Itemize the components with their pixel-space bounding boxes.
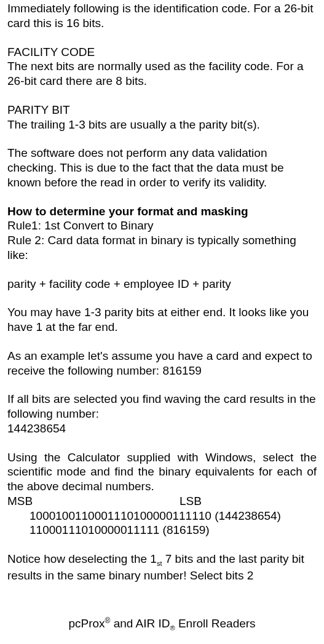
binary-line-2: 11000111010000011111 (816159) xyxy=(7,523,317,538)
id-code-text: Immediately following is the identificat… xyxy=(7,1,317,31)
registered-icon-2: ® xyxy=(170,624,175,632)
all-bits-number: 144238654 xyxy=(7,421,317,436)
notice-sub: st xyxy=(157,560,162,567)
lsb-label: LSB xyxy=(180,494,202,509)
page-footer: pcProx® and AIR ID® Enroll Readers xyxy=(0,616,324,633)
calculator-text: Using the Calculator supplied with Windo… xyxy=(7,450,317,494)
software-note: The software does not perform any data v… xyxy=(7,146,317,189)
notice-text: Notice how deselecting the 1st 7 bits an… xyxy=(7,552,317,582)
parity-bit-text: The trailing 1-3 bits are usually a the … xyxy=(7,117,317,132)
footer-product1: pcProx xyxy=(68,617,105,630)
parity-bit-header: PARITY BIT xyxy=(7,103,317,117)
all-bits-text: If all bits are selected you find waving… xyxy=(7,392,317,421)
rule1-text: Rule1: 1st Convert to Binary xyxy=(7,218,317,233)
binary-line-1: 1000100110001110100000111110 (144238654) xyxy=(7,509,317,523)
facility-code-header: FACILITY CODE xyxy=(7,45,317,60)
rule2-text: Rule 2: Card data format in binary is ty… xyxy=(7,233,317,263)
notice-prefix: Notice how deselecting the 1 xyxy=(7,552,157,565)
footer-product2: and AIR ID xyxy=(110,617,170,630)
facility-code-text: The next bits are normally used as the f… xyxy=(7,59,317,89)
howto-header: How to determine your format and masking xyxy=(7,204,317,219)
footer-suffix: Enroll Readers xyxy=(175,617,256,630)
msb-label: MSB xyxy=(7,494,180,509)
parity-note: You may have 1-3 parity bits at either e… xyxy=(7,305,317,335)
example-intro: As an example let's assume you have a ca… xyxy=(7,349,317,378)
format-line: parity + facility code + employee ID + p… xyxy=(7,277,317,292)
